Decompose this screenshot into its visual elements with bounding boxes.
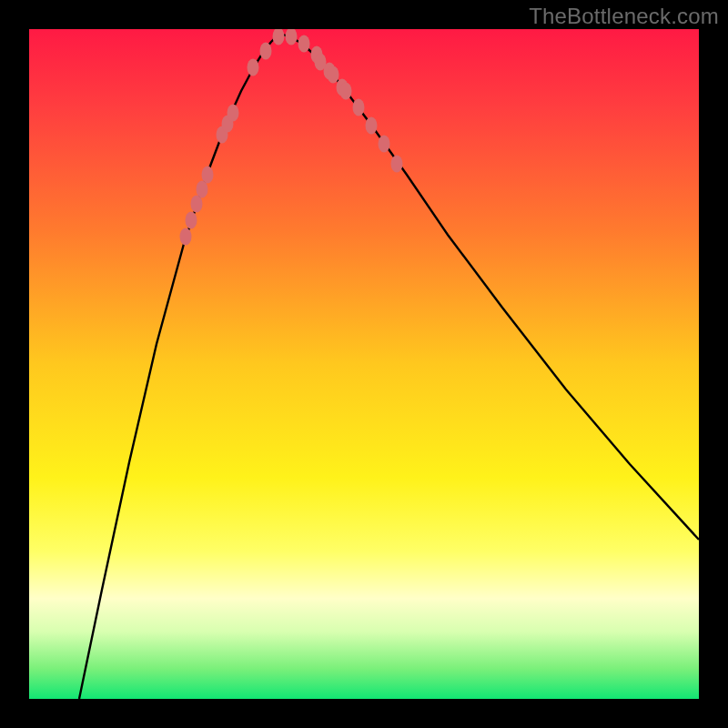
- highlight-dot: [197, 181, 208, 198]
- highlight-dot: [366, 117, 378, 135]
- watermark-text: TheBottleneck.com: [529, 4, 719, 29]
- highlight-dot: [315, 54, 327, 71]
- highlight-dot: [191, 196, 203, 213]
- highlight-dot: [298, 35, 310, 53]
- highlight-dot: [328, 66, 339, 84]
- highlight-dot: [186, 212, 197, 229]
- highlight-dot: [248, 59, 259, 76]
- highlight-dot: [391, 156, 403, 173]
- highlight-dot: [228, 105, 239, 122]
- highlight-dot: [379, 136, 390, 153]
- highlight-dot: [202, 167, 214, 184]
- highlight-dot: [180, 228, 192, 246]
- plot-area: [29, 29, 699, 699]
- highlight-dot: [353, 99, 365, 116]
- highlight-dot: [260, 43, 272, 60]
- chart-frame: TheBottleneck.com: [0, 0, 728, 728]
- highlight-dot: [340, 83, 352, 100]
- chart-svg: [29, 29, 699, 699]
- gradient-background: [29, 29, 699, 699]
